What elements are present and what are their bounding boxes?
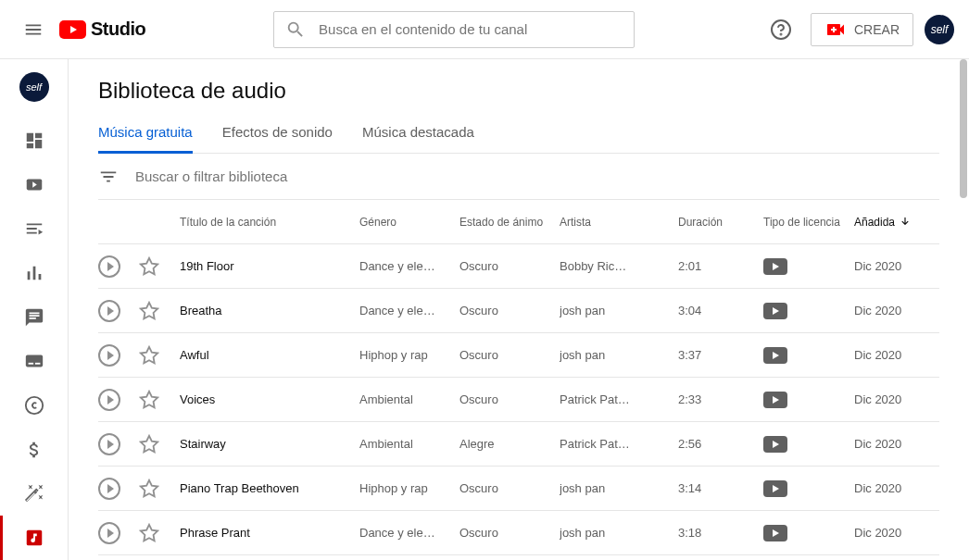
table-row: VoicesAmbientalOscuroPatrick Pat…2:33Dic… [98,378,939,422]
sidebar: self [0,59,69,560]
track-mood: Oscuro [459,481,560,495]
youtube-license-icon [763,480,787,497]
play-button[interactable] [98,300,120,322]
scrollbar[interactable] [960,59,967,198]
track-genre: Hiphop y rap [359,348,459,362]
track-mood: Oscuro [459,259,560,273]
play-button[interactable] [98,433,120,455]
track-duration: 3:37 [678,348,763,362]
youtube-icon [59,20,86,39]
track-duration: 2:01 [678,259,763,273]
youtube-license-icon [763,303,787,319]
tab-0[interactable]: Música gratuita [98,124,193,153]
track-license [763,480,854,497]
track-genre: Ambiental [359,437,459,451]
studio-logo[interactable]: Studio [59,19,145,40]
menu-button[interactable] [15,11,52,48]
column-license[interactable]: Tipo de licencia [763,216,854,229]
svg-rect-5 [34,363,39,365]
subtitles-icon [24,351,44,371]
create-icon [824,19,847,41]
track-duration: 3:14 [678,481,763,495]
sidebar-item-copyright[interactable] [0,383,69,428]
star-icon[interactable] [139,434,159,454]
tab-1[interactable]: Efectos de sonido [222,124,333,153]
youtube-license-icon [763,258,787,275]
sidebar-item-customization[interactable] [0,472,69,516]
search-box[interactable] [273,11,635,48]
play-icon [107,529,114,538]
star-icon[interactable] [139,301,159,321]
help-icon [770,19,792,41]
sidebar-item-monetization[interactable] [0,428,69,472]
table-row: Piano Trap BeethovenHiphop y rapOscurojo… [98,467,939,511]
track-added: Dic 2020 [854,304,932,317]
channel-avatar[interactable]: self [19,72,49,102]
column-title[interactable]: Título de la canción [180,216,359,229]
track-artist: josh pan [560,304,678,317]
column-added[interactable]: Añadida [854,216,932,229]
studio-label: Studio [91,19,145,40]
star-icon[interactable] [139,345,159,366]
play-button[interactable] [98,522,120,544]
svg-rect-3 [25,355,42,367]
column-duration[interactable]: Duración [678,216,763,229]
star-icon[interactable] [139,256,159,277]
star-icon[interactable] [139,479,159,499]
star-icon[interactable] [139,390,159,410]
track-added: Dic 2020 [854,481,932,495]
track-license [763,258,854,275]
play-button[interactable] [98,255,120,278]
tabs: Música gratuitaEfectos de sonidoMúsica d… [98,124,939,154]
play-button[interactable] [98,344,120,367]
play-button[interactable] [98,478,120,500]
create-label: CREAR [854,22,900,37]
column-mood[interactable]: Estado de ánimo [459,216,560,229]
tab-2[interactable]: Música destacada [362,124,474,153]
analytics-icon [24,263,44,283]
playlist-icon [24,218,44,239]
help-button[interactable] [762,11,799,48]
create-button[interactable]: CREAR [811,13,913,46]
arrow-down-icon [899,216,912,229]
avatar[interactable]: self [925,15,954,44]
dashboard-icon [24,131,44,151]
track-artist: Patrick Pat… [560,392,678,406]
track-artist: Patrick Pat… [560,437,678,451]
comments-icon [24,307,44,328]
search-wrap [145,11,762,48]
play-icon [107,440,114,449]
sidebar-item-analytics[interactable] [0,251,69,295]
track-title: Stairway [180,437,359,451]
svg-rect-4 [28,363,32,365]
sidebar-item-content[interactable] [0,163,69,207]
play-icon [107,262,114,271]
track-duration: 2:33 [678,392,763,406]
youtube-license-icon [763,392,787,408]
track-artist: josh pan [560,481,678,495]
track-added: Dic 2020 [854,348,932,362]
sidebar-item-dashboard[interactable] [0,118,69,163]
filter-icon[interactable] [98,167,119,187]
app-header: Studio CREAR self [0,0,969,59]
table-row: AwfulHiphop y rapOscurojosh pan3:37Dic 2… [98,333,939,378]
track-artist: josh pan [560,526,678,540]
column-genre[interactable]: Género [359,216,459,229]
filter-row [98,154,939,200]
sidebar-item-subtitles[interactable] [0,339,69,383]
sidebar-item-playlists[interactable] [0,206,69,251]
play-button[interactable] [98,389,120,411]
filter-input[interactable] [135,168,939,184]
header-actions: CREAR self [762,11,954,48]
sidebar-item-comments[interactable] [0,295,69,340]
star-icon[interactable] [139,523,159,543]
track-title: Phrase Prant [180,526,359,540]
column-artist[interactable]: Artista [560,216,678,229]
sidebar-item-audio-library[interactable] [0,516,69,560]
svg-point-6 [25,397,42,414]
copyright-icon [24,395,44,416]
track-added: Dic 2020 [854,392,932,406]
play-icon [107,351,114,360]
content-icon [24,174,44,194]
search-input[interactable] [319,21,623,37]
